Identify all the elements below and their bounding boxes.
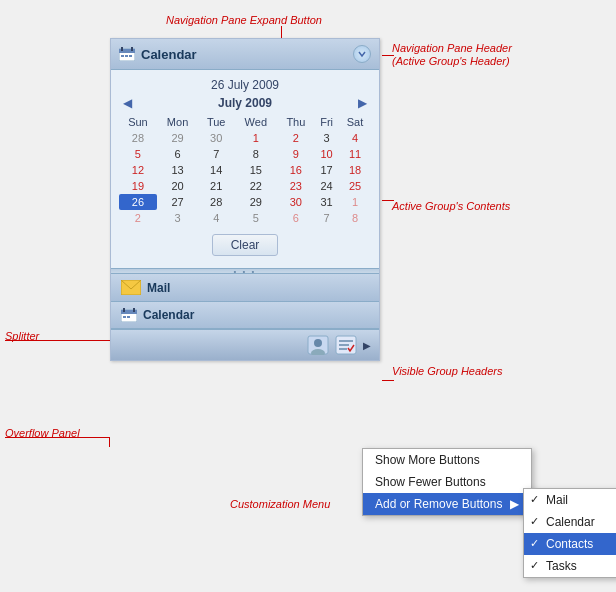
svg-rect-10 — [123, 316, 126, 318]
submenu-item-mail[interactable]: ✓ Mail — [524, 489, 616, 511]
show-fewer-button[interactable]: Show Fewer Buttons — [363, 471, 531, 493]
day-cell[interactable]: 11 — [339, 146, 371, 162]
month-title: July 2009 — [218, 96, 272, 110]
day-cell[interactable]: 9 — [278, 146, 315, 162]
svg-rect-3 — [125, 55, 128, 57]
tasks-icon — [335, 335, 357, 355]
day-cell[interactable]: 28 — [119, 130, 157, 146]
day-cell[interactable]: 13 — [157, 162, 198, 178]
active-contents-label: Active Group's Contents — [392, 200, 510, 212]
day-cell[interactable]: 22 — [234, 178, 277, 194]
day-cell[interactable]: 31 — [314, 194, 339, 210]
day-cell[interactable]: 29 — [157, 130, 198, 146]
contacts-overflow-icon[interactable] — [307, 334, 329, 356]
add-remove-button[interactable]: Add or Remove Buttons ▶ — [363, 493, 531, 515]
day-cell-selected[interactable]: 26 — [119, 194, 157, 210]
submenu-contacts-text: Contacts — [546, 537, 593, 551]
day-cell[interactable]: 23 — [278, 178, 315, 194]
day-cell[interactable]: 15 — [234, 162, 277, 178]
calendar-date-header: 26 July 2009 — [119, 78, 371, 92]
day-cell[interactable]: 8 — [234, 146, 277, 162]
contacts-icon — [307, 335, 329, 355]
day-cell[interactable]: 6 — [157, 146, 198, 162]
nav-header-title: Calendar — [141, 47, 197, 62]
prev-month-button[interactable]: ◀ — [119, 96, 136, 110]
day-cell[interactable]: 29 — [234, 194, 277, 210]
day-cell[interactable]: 19 — [119, 178, 157, 194]
table-row: 26 27 28 29 30 31 1 — [119, 194, 371, 210]
tasks-overflow-icon[interactable] — [335, 334, 357, 356]
day-cell[interactable]: 20 — [157, 178, 198, 194]
mail-icon — [121, 280, 141, 295]
day-cell[interactable]: 1 — [234, 130, 277, 146]
submenu-item-contacts[interactable]: ✓ Contacts — [524, 533, 616, 555]
svg-point-15 — [314, 339, 322, 347]
day-cell[interactable]: 8 — [339, 210, 371, 226]
clear-button[interactable]: Clear — [212, 234, 279, 256]
day-cell[interactable]: 30 — [198, 130, 234, 146]
day-cell[interactable]: 14 — [198, 162, 234, 178]
day-cell[interactable]: 27 — [157, 194, 198, 210]
nav-pane: Calendar 26 July 2009 ◀ July 2009 ▶ Sun … — [110, 38, 380, 361]
day-cell[interactable]: 12 — [119, 162, 157, 178]
day-cell[interactable]: 3 — [157, 210, 198, 226]
context-menu: Show More Buttons Show Fewer Buttons Add… — [362, 448, 532, 516]
svg-rect-2 — [121, 55, 124, 57]
submenu-tasks-text: Tasks — [546, 559, 577, 573]
day-cell[interactable]: 18 — [339, 162, 371, 178]
day-cell[interactable]: 10 — [314, 146, 339, 162]
svg-rect-11 — [127, 316, 130, 318]
day-cell[interactable]: 2 — [278, 130, 315, 146]
day-cell[interactable]: 28 — [198, 194, 234, 210]
overflow-chevron-button[interactable]: ▶ — [363, 340, 371, 351]
expand-icon — [357, 49, 367, 59]
submenu-item-tasks[interactable]: ✓ Tasks — [524, 555, 616, 577]
svg-rect-6 — [131, 47, 133, 51]
day-cell[interactable]: 1 — [339, 194, 371, 210]
day-cell[interactable]: 24 — [314, 178, 339, 194]
day-cell[interactable]: 6 — [278, 210, 315, 226]
table-row: 28 29 30 1 2 3 4 — [119, 130, 371, 146]
overflow-panel: ▶ — [111, 329, 379, 360]
check-icon-mail: ✓ — [530, 493, 539, 506]
customization-menu-label: Customization Menu — [230, 498, 330, 510]
expand-button[interactable] — [353, 45, 371, 63]
day-cell[interactable]: 7 — [198, 146, 234, 162]
expand-button-label: Navigation Pane Expand Button — [166, 14, 322, 26]
col-thu: Thu — [278, 114, 315, 130]
svg-rect-12 — [123, 308, 125, 312]
table-row: 5 6 7 8 9 10 11 — [119, 146, 371, 162]
day-cell[interactable]: 2 — [119, 210, 157, 226]
table-row: 2 3 4 5 6 7 8 — [119, 210, 371, 226]
col-wed: Wed — [234, 114, 277, 130]
submenu-item-calendar[interactable]: ✓ Calendar — [524, 511, 616, 533]
day-cell[interactable]: 4 — [339, 130, 371, 146]
show-more-button[interactable]: Show More Buttons — [363, 449, 531, 471]
day-cell[interactable]: 7 — [314, 210, 339, 226]
group-header-mail-text: Mail — [147, 281, 170, 295]
group-header-calendar-text: Calendar — [143, 308, 194, 322]
nav-header-left: Calendar — [119, 47, 197, 62]
group-header-mail[interactable]: Mail — [111, 274, 379, 302]
check-icon-calendar: ✓ — [530, 515, 539, 528]
day-cell[interactable]: 3 — [314, 130, 339, 146]
svg-rect-5 — [121, 47, 123, 51]
day-cell[interactable]: 5 — [119, 146, 157, 162]
svg-rect-4 — [129, 55, 132, 57]
add-remove-label-text: Add or Remove Buttons — [375, 497, 502, 511]
day-cell[interactable]: 21 — [198, 178, 234, 194]
day-cell[interactable]: 4 — [198, 210, 234, 226]
nav-header-label: Navigation Pane Header — [392, 42, 512, 54]
day-cell[interactable]: 16 — [278, 162, 315, 178]
next-month-button[interactable]: ▶ — [354, 96, 371, 110]
day-cell[interactable]: 17 — [314, 162, 339, 178]
day-cell[interactable]: 5 — [234, 210, 277, 226]
day-cell[interactable]: 30 — [278, 194, 315, 210]
svg-rect-13 — [133, 308, 135, 312]
nav-header-sublabel: (Active Group's Header) — [392, 55, 510, 67]
submenu-calendar-text: Calendar — [546, 515, 595, 529]
submenu: ✓ Mail ✓ Calendar ✓ Contacts ✓ Tasks — [523, 488, 616, 578]
group-header-calendar[interactable]: Calendar — [111, 302, 379, 329]
submenu-arrow-icon: ▶ — [510, 497, 519, 511]
day-cell[interactable]: 25 — [339, 178, 371, 194]
